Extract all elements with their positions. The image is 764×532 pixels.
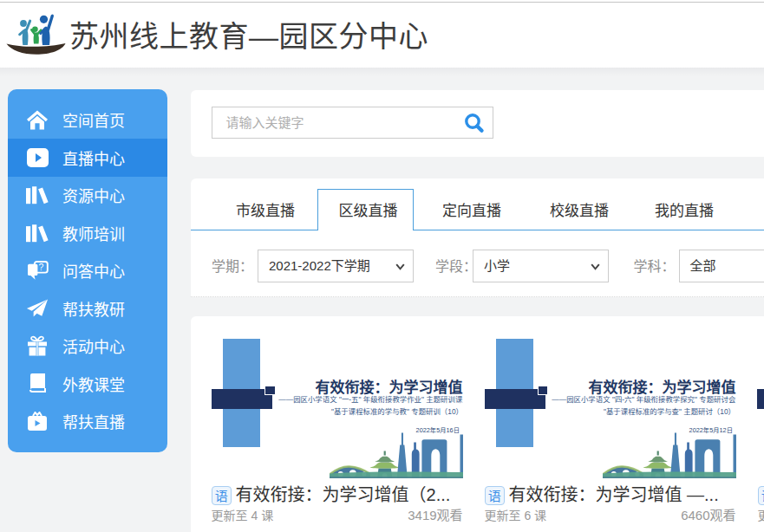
svg-text:?: ? xyxy=(38,262,43,272)
